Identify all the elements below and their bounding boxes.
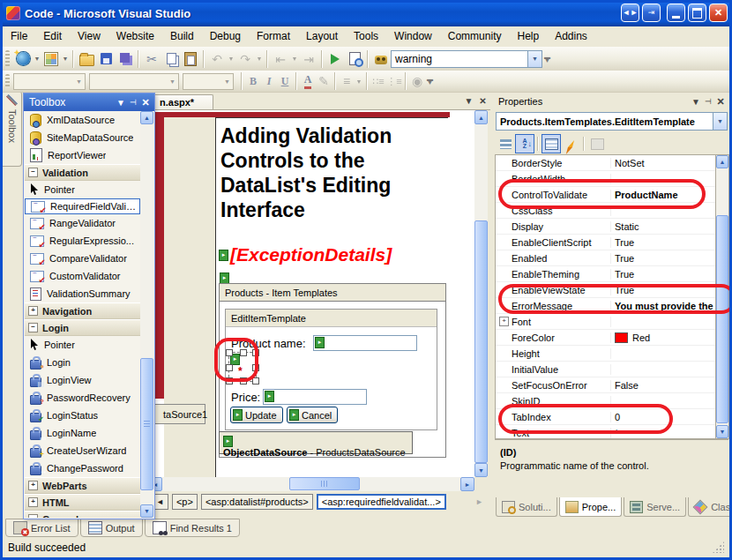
bullet-list-button[interactable]: ∷≡ bbox=[370, 71, 386, 91]
toolbox-menu-dropdown[interactable]: ▼ bbox=[115, 98, 127, 108]
selection-handle[interactable] bbox=[252, 364, 259, 371]
properties-close-icon[interactable]: ✕ bbox=[714, 96, 727, 108]
menu-addins[interactable]: Addins bbox=[547, 26, 595, 47]
menu-build[interactable]: Build bbox=[162, 26, 202, 47]
properties-menu-dropdown[interactable]: ▼ bbox=[690, 97, 702, 107]
tag-nav-forward-button[interactable]: ► bbox=[475, 497, 483, 506]
property-row[interactable]: ErrorMessage You must provide the bbox=[496, 298, 715, 314]
property-row[interactable]: ForeColor Red bbox=[496, 330, 715, 346]
toolbox-item-pointer[interactable]: Pointer bbox=[25, 181, 140, 198]
document-close-icon[interactable]: ✕ bbox=[476, 96, 489, 106]
property-value[interactable]: False bbox=[611, 380, 715, 391]
save-all-button[interactable] bbox=[116, 49, 135, 69]
selection-handle[interactable] bbox=[226, 377, 233, 385]
scroll-thumb[interactable] bbox=[474, 220, 488, 463]
property-row[interactable]: TabIndex 0 bbox=[496, 409, 715, 425]
object-selector-combobox[interactable]: Products.ItemTemplates.EditItemTemplate … bbox=[496, 112, 728, 131]
property-value[interactable]: 0 bbox=[611, 412, 715, 422]
selection-handle[interactable] bbox=[226, 364, 233, 371]
target-rule-combobox[interactable]: ▼ bbox=[13, 73, 86, 90]
property-value[interactable]: Static bbox=[611, 221, 715, 232]
property-row[interactable]: Height bbox=[496, 346, 715, 362]
find-in-files-button[interactable] bbox=[371, 49, 391, 69]
document-menu-dropdown[interactable]: ▼ bbox=[462, 96, 475, 106]
expand-icon[interactable]: + bbox=[499, 317, 509, 326]
align-button[interactable]: ≡ bbox=[339, 71, 355, 91]
property-value[interactable]: True bbox=[611, 253, 715, 264]
highlight-button[interactable]: ✎ bbox=[316, 71, 332, 91]
toolbar-grip-2[interactable] bbox=[5, 74, 10, 89]
categorized-button[interactable] bbox=[496, 134, 515, 153]
menu-debug[interactable]: Debug bbox=[202, 26, 249, 47]
cut-button[interactable]: ✂ bbox=[142, 49, 161, 69]
menu-file[interactable]: File bbox=[3, 26, 35, 47]
property-value[interactable]: ProductName bbox=[611, 190, 715, 200]
redo-dropdown[interactable]: ▼ bbox=[255, 49, 264, 69]
menu-website[interactable]: Website bbox=[108, 26, 162, 47]
toolbar-grip[interactable] bbox=[5, 50, 10, 67]
property-row[interactable]: Text * bbox=[496, 425, 715, 439]
tag-datalist[interactable]: <asp:datalist#products> bbox=[201, 494, 313, 510]
tab-solution-explorer[interactable]: Soluti... bbox=[496, 497, 557, 517]
collapse-icon[interactable]: − bbox=[28, 168, 38, 177]
copy-button[interactable] bbox=[161, 49, 181, 69]
expand-icon[interactable]: + bbox=[28, 481, 38, 490]
numbered-list-button[interactable]: ⋮≡ bbox=[386, 71, 402, 91]
new-website-dropdown[interactable]: ▼ bbox=[33, 49, 41, 69]
toolbox-item-validationsummary[interactable]: ValidationSummary bbox=[25, 285, 140, 302]
tab-find-results[interactable]: Find Results 1 bbox=[145, 519, 240, 537]
design-horizontal-scrollbar[interactable]: ◄ ► bbox=[148, 477, 474, 491]
toolbox-close-icon[interactable]: ✕ bbox=[139, 97, 152, 108]
toolbar-overflow-button[interactable]: ▬▼ bbox=[544, 56, 550, 63]
property-row[interactable]: + Font bbox=[496, 314, 715, 330]
tag-p[interactable]: <p> bbox=[172, 494, 198, 510]
toolbox-rail-tab[interactable]: Toolbox bbox=[3, 91, 22, 167]
scroll-thumb[interactable] bbox=[140, 358, 153, 490]
menu-community[interactable]: Community bbox=[440, 26, 510, 47]
properties-title-bar[interactable]: Properties ▼ ⊣ ✕ bbox=[494, 93, 729, 110]
menu-layout[interactable]: Layout bbox=[298, 26, 346, 47]
toolbox-item-loginstatus[interactable]: LoginStatus bbox=[25, 407, 140, 424]
maximize-button[interactable] bbox=[688, 4, 706, 22]
scroll-right-icon[interactable]: ► bbox=[460, 477, 474, 491]
align-dropdown[interactable]: ▼ bbox=[355, 71, 363, 91]
properties-pin-icon[interactable]: ⊣ bbox=[702, 97, 714, 106]
property-value[interactable]: NotSet bbox=[611, 158, 715, 168]
property-value[interactable]: * bbox=[611, 428, 715, 438]
update-button[interactable]: Update bbox=[230, 407, 283, 423]
requiredfieldvalidator-control[interactable]: * bbox=[228, 352, 257, 382]
toolbox-title-bar[interactable]: Toolbox ▼ ⊣ ✕ bbox=[24, 93, 154, 111]
property-row[interactable]: CssClass bbox=[496, 203, 715, 219]
toolbox-item-changepassword[interactable]: ChangePassword bbox=[25, 459, 140, 477]
property-row[interactable]: SkinID bbox=[496, 393, 715, 409]
view-in-browser-button[interactable] bbox=[345, 49, 364, 69]
menu-format[interactable]: Format bbox=[249, 26, 298, 47]
toolbox-item-sitemapdatasource[interactable]: SiteMapDataSource bbox=[25, 129, 140, 146]
bold-button[interactable]: B bbox=[245, 71, 261, 91]
text-color-button[interactable]: A bbox=[300, 71, 316, 91]
property-value[interactable]: You must provide the bbox=[611, 301, 715, 311]
close-button[interactable]: ✕ bbox=[709, 4, 728, 22]
toolbox-item-passwordrecovery[interactable]: PasswordRecovery bbox=[25, 389, 140, 407]
toolbox-section-login[interactable]: −Login bbox=[25, 319, 140, 336]
property-row[interactable]: BorderWidth bbox=[496, 171, 715, 187]
toolbox-item-createuserwizard[interactable]: CreateUserWizard bbox=[25, 442, 140, 459]
collapse-icon[interactable]: − bbox=[28, 514, 38, 518]
redo-button[interactable]: ↷ bbox=[235, 49, 255, 69]
scroll-down-icon[interactable]: ▼ bbox=[140, 504, 153, 518]
objectdatasource-control[interactable]: ObjectDataSource - ProductsDataSource bbox=[219, 431, 413, 454]
selection-handle[interactable] bbox=[240, 349, 247, 356]
title-bar[interactable]: Code - Microsoft Visual Studio ◄► ⇥ ✕ bbox=[0, 0, 732, 26]
property-row[interactable]: ControlToValidate ProductName bbox=[496, 187, 715, 203]
underline-button[interactable]: U bbox=[277, 71, 293, 91]
add-item-dropdown[interactable]: ▼ bbox=[61, 49, 70, 69]
alphabetical-button[interactable]: AZ↓ bbox=[515, 134, 534, 153]
property-value[interactable]: True bbox=[611, 269, 715, 280]
toolbox-item-regularexpressionvalidator[interactable]: RegularExpressio... bbox=[25, 232, 140, 250]
menu-tools[interactable]: Tools bbox=[346, 26, 386, 47]
tag-requiredfieldvalidator[interactable]: <asp:requiredfieldvalidat...> bbox=[317, 494, 446, 510]
monitor-switch-button[interactable]: ◄► bbox=[621, 4, 639, 22]
scroll-thumb-h[interactable] bbox=[289, 477, 360, 490]
send-window-button[interactable]: ⇥ bbox=[642, 4, 661, 22]
exception-details-control[interactable]: [ExceptionDetails] bbox=[219, 244, 392, 265]
